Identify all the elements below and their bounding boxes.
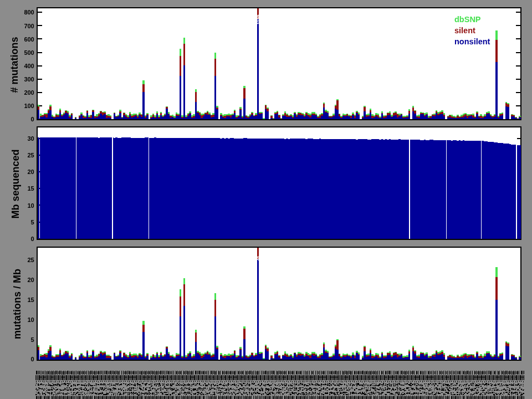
svg-text:1199: 1199 (256, 14, 261, 24)
svg-text:30: 30 (27, 135, 34, 142)
svg-text:mutations / Mb: mutations / Mb (12, 269, 23, 339)
svg-text:nonsilent: nonsilent (454, 37, 490, 46)
svg-text:dbSNP: dbSNP (454, 15, 481, 24)
svg-text:5: 5 (30, 336, 34, 343)
svg-text:0: 0 (30, 356, 34, 362)
svg-text:500: 500 (24, 49, 34, 56)
svg-text:10: 10 (27, 316, 34, 323)
svg-text:10: 10 (27, 202, 34, 209)
svg-text:700: 700 (24, 23, 34, 29)
svg-text:silent: silent (454, 26, 475, 35)
svg-text:100: 100 (24, 103, 34, 109)
svg-text:15: 15 (27, 185, 34, 192)
svg-text:25: 25 (27, 257, 34, 263)
svg-text:# mutations: # mutations (9, 37, 20, 93)
svg-text:Mb sequenced: Mb sequenced (10, 149, 21, 218)
svg-text:800: 800 (24, 9, 34, 16)
svg-text:400: 400 (24, 63, 34, 69)
svg-text:0: 0 (30, 116, 34, 122)
svg-text:300: 300 (24, 76, 34, 83)
svg-text:0: 0 (30, 236, 34, 242)
svg-text:200: 200 (24, 89, 34, 96)
svg-text:15: 15 (27, 296, 34, 303)
svg-text:20: 20 (27, 168, 34, 175)
svg-text:20: 20 (27, 277, 34, 283)
svg-text:40: 40 (256, 256, 261, 260)
svg-text:5: 5 (30, 219, 34, 226)
svg-text:600: 600 (24, 36, 34, 43)
svg-text:25: 25 (27, 152, 34, 158)
